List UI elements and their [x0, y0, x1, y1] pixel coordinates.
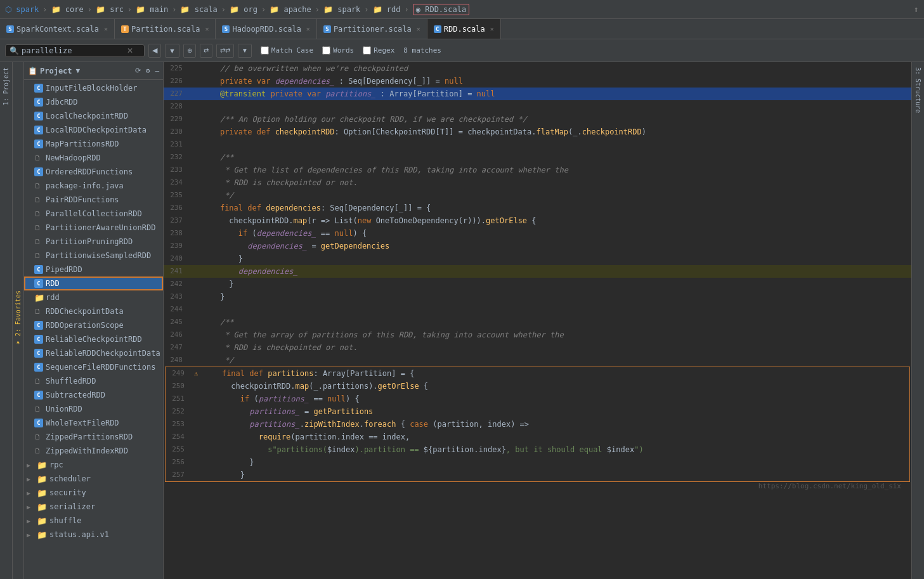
tab-icon-partitioner: S — [323, 25, 331, 33]
file-icon: 🗋 — [34, 224, 43, 232]
search-filter-button[interactable]: ▼ — [238, 44, 252, 58]
breadcrumb-rdd[interactable]: 📁 rdd — [373, 5, 401, 14]
project-settings-icon[interactable]: ⚙ — [146, 67, 150, 75]
file-PartitionerAwareUnionRDD[interactable]: 🗋 PartitionerAwareUnionRDD — [24, 221, 163, 235]
breadcrumb-apache[interactable]: 📁 apache — [270, 5, 311, 14]
regex-option[interactable]: Regex — [363, 46, 394, 55]
favorites-toggle[interactable]: ★ 2: Favorites — [15, 290, 22, 347]
project-panel-toggle[interactable]: 1: Project — [1, 65, 11, 108]
class-icon: C — [34, 349, 43, 358]
folder-status-api[interactable]: ▶ 📁 status.api.v1 — [24, 528, 163, 542]
folder-security[interactable]: ▶ 📁 security — [24, 486, 163, 500]
right-structure-strip: 3: Structure — [911, 62, 924, 579]
folder-serializer[interactable]: ▶ 📁 serializer — [24, 500, 163, 514]
file-icon: 🗋 — [34, 433, 43, 441]
tab-close-partitioner[interactable]: ✕ — [417, 25, 420, 32]
file-ReliableCheckpointRDD[interactable]: C ReliableCheckpointRDD — [24, 332, 163, 346]
folder-icon: 📁 — [37, 516, 47, 526]
code-line-234: 234 * RDD is checkpointed or not. — [164, 176, 911, 189]
file-LocalCheckpointRDD[interactable]: C LocalCheckpointRDD — [24, 109, 163, 123]
file-NewHadoopRDD[interactable]: 🗋 NewHadoopRDD — [24, 151, 163, 165]
file-ZippedPartitionsRDD[interactable]: 🗋 ZippedPartitionsRDD — [24, 430, 163, 444]
structure-panel-toggle[interactable]: 3: Structure — [913, 65, 923, 115]
file-InputFileBlockHolder[interactable]: C InputFileBlockHolder — [24, 81, 163, 95]
tab-partition[interactable]: T Partition.scala ✕ — [115, 19, 216, 39]
folder-rpc[interactable]: ▶ 📁 rpc — [24, 458, 163, 472]
words-option[interactable]: Words — [322, 46, 354, 55]
code-line-240: 240 } — [164, 252, 911, 265]
file-RDDCheckpointData[interactable]: 🗋 RDDCheckpointData — [24, 304, 163, 318]
folder-expander: ▶ — [27, 504, 34, 511]
bc-sep3: › — [127, 5, 132, 14]
breadcrumb-org[interactable]: 📁 org — [230, 5, 257, 14]
file-SubtractedRDD[interactable]: C SubtractedRDD — [24, 388, 163, 402]
file-MapPartitionsRDD[interactable]: C MapPartitionsRDD — [24, 137, 163, 151]
project-dropdown-icon[interactable]: ▼ — [76, 67, 81, 75]
favorites-strip: ★ 2: Favorites — [13, 62, 24, 579]
file-WholeTextFileRDD[interactable]: C WholeTextFileRDD — [24, 416, 163, 430]
code-line-239: 239 dependencies_ = getDependencies — [164, 240, 911, 252]
left-side-strip: 1: Project — [0, 62, 13, 579]
search-prev-button[interactable]: ◀ — [148, 44, 161, 58]
folder-shuffle[interactable]: ▶ 📁 shuffle — [24, 514, 163, 528]
file-PairRDDFunctions[interactable]: 🗋 PairRDDFunctions — [24, 193, 163, 207]
search-input[interactable] — [22, 46, 123, 55]
file-PartitionPruningRDD[interactable]: 🗋 PartitionPruningRDD — [24, 235, 163, 249]
breadcrumb-rddscala[interactable]: ◉ RDD.scala — [413, 4, 469, 15]
file-LocalRDDCheckpointData[interactable]: C LocalRDDCheckpointData — [24, 123, 163, 137]
tab-sparkcontext[interactable]: S SparkContext.scala ✕ — [0, 19, 115, 39]
file-icon: 🗋 — [34, 210, 43, 218]
code-line-247: 247 * RDD is checkpointed or not. — [164, 341, 911, 354]
file-JdbcRDD[interactable]: C JdbcRDD — [24, 95, 163, 109]
scroll-top-icon[interactable]: ⬆ — [914, 4, 919, 15]
words-checkbox[interactable] — [322, 46, 330, 55]
code-line-225: 225 // be overwritten when we're checkpo… — [164, 62, 911, 75]
file-ShuffledRDD[interactable]: 🗋 ShuffledRDD — [24, 374, 163, 388]
tab-close-hadooprdd[interactable]: ✕ — [306, 25, 310, 32]
class-icon: C — [34, 419, 43, 427]
code-line-232: 232 /** — [164, 151, 911, 164]
folder-scheduler[interactable]: ▶ 📁 scheduler — [24, 472, 163, 486]
project-collapse-icon[interactable]: — — [155, 67, 159, 75]
file-SequenceFileRDDFunctions[interactable]: C SequenceFileRDDFunctions — [24, 360, 163, 374]
tab-hadooprdd[interactable]: S HadoopRDD.scala ✕ — [216, 19, 316, 39]
code-container[interactable]: 225 // be overwritten when we're checkpo… — [164, 62, 911, 579]
breadcrumb-spark2[interactable]: 📁 spark — [323, 5, 360, 14]
file-RDDOperationScope[interactable]: C RDDOperationScope — [24, 318, 163, 332]
breadcrumb-spark[interactable]: ⬡ spark — [5, 5, 39, 14]
match-case-checkbox[interactable] — [261, 46, 269, 55]
breadcrumb-core[interactable]: 📁 core — [51, 5, 84, 14]
breadcrumb-src[interactable]: 📁 src — [96, 5, 124, 14]
match-case-option[interactable]: Match Case — [261, 46, 313, 55]
project-sync-icon[interactable]: ⟳ — [135, 67, 141, 75]
match-case-label: Match Case — [271, 46, 313, 55]
search-next-button[interactable]: ▼ — [165, 44, 179, 58]
search-find-word-button[interactable]: ⊕ — [183, 44, 196, 58]
file-PipedRDD[interactable]: C PipedRDD — [24, 263, 163, 276]
file-ReliableRDDCheckpointData[interactable]: C ReliableRDDCheckpointData — [24, 346, 163, 360]
file-OrderedRDDFunctions[interactable]: C OrderedRDDFunctions — [24, 165, 163, 179]
file-RDD[interactable]: C RDD — [24, 276, 163, 290]
code-line-227: 227 @transient private var partitions_ :… — [164, 88, 911, 100]
search-replace-button[interactable]: ⇄ — [200, 44, 212, 58]
file-ZippedWithIndexRDD[interactable]: 🗋 ZippedWithIndexRDD — [24, 444, 163, 458]
breadcrumb-main[interactable]: 📁 main — [136, 5, 168, 14]
bc-sep5: › — [221, 5, 226, 14]
tab-label-rdd: RDD.scala — [444, 25, 485, 34]
file-ParallelCollectionRDD[interactable]: 🗋 ParallelCollectionRDD — [24, 207, 163, 221]
tab-rdd[interactable]: C RDD.scala ✕ — [427, 19, 501, 39]
tab-close-sparkcontext[interactable]: ✕ — [104, 25, 108, 32]
file-PartitionwiseSampledRDD[interactable]: 🗋 PartitionwiseSampledRDD — [24, 249, 163, 263]
code-line-245: 245 /** — [164, 316, 911, 329]
search-replace-all-button[interactable]: ⇄⇄ — [216, 44, 234, 58]
file-package-info[interactable]: 🗋 package-info.java — [24, 179, 163, 193]
code-line-244: 244 — [164, 303, 911, 316]
breadcrumb-scala[interactable]: 📁 scala — [180, 5, 217, 14]
tab-close-rdd[interactable]: ✕ — [490, 25, 494, 32]
tab-partitioner[interactable]: S Partitioner.scala ✕ — [317, 19, 427, 39]
search-clear-button[interactable]: ✕ — [126, 46, 134, 55]
file-UnionRDD[interactable]: 🗋 UnionRDD — [24, 402, 163, 416]
regex-checkbox[interactable] — [363, 46, 371, 55]
tab-close-partition[interactable]: ✕ — [205, 25, 209, 32]
folder-rdd[interactable]: 📁 rdd — [24, 290, 163, 304]
